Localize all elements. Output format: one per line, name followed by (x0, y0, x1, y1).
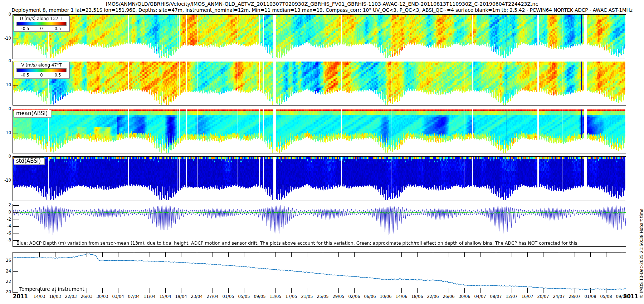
y-tick-label: -4 (0, 224, 11, 229)
panel-u-velocity: U (m/s) along 137°T -0.500.5 (13, 14, 626, 59)
u-colorbar-ticks: -0.500.5 (14, 26, 69, 31)
x-tick-label: 24/07 (551, 294, 567, 299)
temperature-plot (13, 252, 626, 293)
panel-std-absi: std(ABSI) (13, 156, 626, 201)
v-colorbar-title: V (m/s) along 47°T (14, 63, 69, 68)
y-tick-label: -2 (0, 217, 11, 222)
x-tick-label: 15/04 (157, 294, 173, 299)
colorbar-tick-label: -0.5 (21, 73, 29, 78)
panel-mean-absi: mean(ABSI) (13, 109, 626, 153)
x-tick-label: 14/06 (394, 294, 409, 299)
x-tick-label: 05/08 (598, 294, 614, 299)
panel-adcp-depth-variation: Blue: ADCP Depth (m) variation from sens… (13, 204, 626, 247)
x-tick-label: 01/05 (220, 294, 236, 299)
y-tick-label: 2 (0, 202, 11, 207)
x-tick-label: 22/06 (425, 294, 441, 299)
year-label-left: 2011 (13, 293, 28, 300)
year-label-right: 2011 (623, 293, 638, 300)
figure-subtitle: Deployment 8, member 1 lat=23.51S lon=15… (0, 7, 644, 13)
x-tick-label: 18/06 (409, 294, 425, 299)
y-tick-label: 0 (0, 210, 11, 215)
x-tick-label: 04/07 (472, 294, 488, 299)
y-tick-label: 26 (0, 258, 11, 263)
y-tick-label: -6 (0, 231, 11, 236)
x-tick-label: 29/05 (331, 294, 346, 299)
temperature-label: Temperature at instrument (19, 286, 84, 292)
panel-temperature: Temperature at instrument (13, 252, 626, 293)
x-tick-label: 17/05 (283, 294, 299, 299)
colorbar-tick-label: 0.5 (54, 73, 61, 78)
x-tick-label: 26/03 (79, 294, 94, 299)
x-tick-label: 11/04 (142, 294, 157, 299)
x-tick-label: 19/04 (173, 294, 189, 299)
u-colorbar-legend: U (m/s) along 137°T -0.500.5 (14, 15, 69, 32)
y-tick-label: -10 (0, 130, 11, 135)
x-tick-label: 05/05 (236, 294, 252, 299)
x-tick-label: 30/06 (457, 294, 472, 299)
std-absi-heatmap (13, 157, 626, 201)
y-tick-label: 20 (0, 289, 11, 294)
x-tick-label: 08/07 (488, 294, 504, 299)
y-tick-label: -10 (0, 82, 11, 87)
v-colorbar-legend: V (m/s) along 47°T -0.500.5 (14, 62, 69, 78)
x-tick-label: 02/06 (346, 294, 362, 299)
x-tick-label: 18/03 (47, 294, 63, 299)
colorbar-tick-label: 0 (40, 26, 43, 31)
v-velocity-heatmap (13, 61, 626, 105)
x-tick-label: 21/05 (299, 294, 315, 299)
y-tick-label: 0 (0, 106, 11, 111)
x-tick-label: 01/08 (582, 294, 598, 299)
y-tick-label: -8 (0, 237, 11, 242)
x-tick-label: 28/07 (567, 294, 582, 299)
colorbar-tick-label: 0 (40, 73, 43, 78)
y-tick-label: 0 (0, 58, 11, 63)
colorbar-tick-label: 0.5 (54, 26, 61, 31)
adcp-figure: IMOS/ANMN/QLD/GBRHIS/Velocity/IMOS_ANMN-… (0, 0, 644, 304)
u-colorbar-gradient (16, 22, 67, 26)
y-tick-label: 24 (0, 269, 11, 274)
y-tick-label: -10 (0, 178, 11, 183)
x-tick-label: 20/07 (535, 294, 551, 299)
u-velocity-heatmap (13, 15, 626, 59)
u-colorbar-title: U (m/s) along 137°T (14, 16, 69, 21)
v-colorbar-gradient (16, 68, 67, 72)
x-tick-label: 27/04 (205, 294, 220, 299)
x-tick-label: 14/03 (31, 294, 47, 299)
y-tick-label: 22 (0, 279, 11, 284)
x-tick-label: 23/04 (189, 294, 205, 299)
panel-v-velocity: V (m/s) along 47°T -0.500.5 (13, 61, 626, 106)
x-tick-label: 13/05 (268, 294, 283, 299)
mean-absi-label: mean(ABSI) (14, 110, 51, 117)
depth-variation-caption: Blue: ADCP Depth (m) variation from sens… (16, 240, 579, 246)
std-absi-label: std(ABSI) (14, 157, 44, 165)
x-tick-label: 12/07 (504, 294, 519, 299)
x-tick-label: 07/04 (126, 294, 142, 299)
v-colorbar-ticks: -0.500.5 (14, 73, 69, 77)
x-tick-label: 10/06 (378, 294, 394, 299)
x-tick-label: 09/05 (252, 294, 268, 299)
y-tick-label: -10 (0, 36, 11, 41)
figure-title: IMOS/ANMN/QLD/GBRHIS/Velocity/IMOS_ANMN-… (0, 1, 644, 7)
copyright-watermark: © IMOS 13-Dec-2025 21:50:38 Hobart time (639, 209, 644, 298)
mean-absi-heatmap (13, 109, 626, 153)
x-tick-label: 03/04 (110, 294, 126, 299)
x-tick-label: 30/03 (94, 294, 110, 299)
x-tick-label: 26/06 (441, 294, 457, 299)
x-tick-label: 16/07 (519, 294, 535, 299)
colorbar-tick-label: -0.5 (21, 26, 29, 31)
y-tick-label: 0 (0, 12, 11, 17)
y-tick-label: 0 (0, 154, 11, 159)
x-tick-label: 22/03 (63, 294, 79, 299)
x-tick-label: 25/05 (315, 294, 331, 299)
x-tick-label: 06/06 (362, 294, 378, 299)
